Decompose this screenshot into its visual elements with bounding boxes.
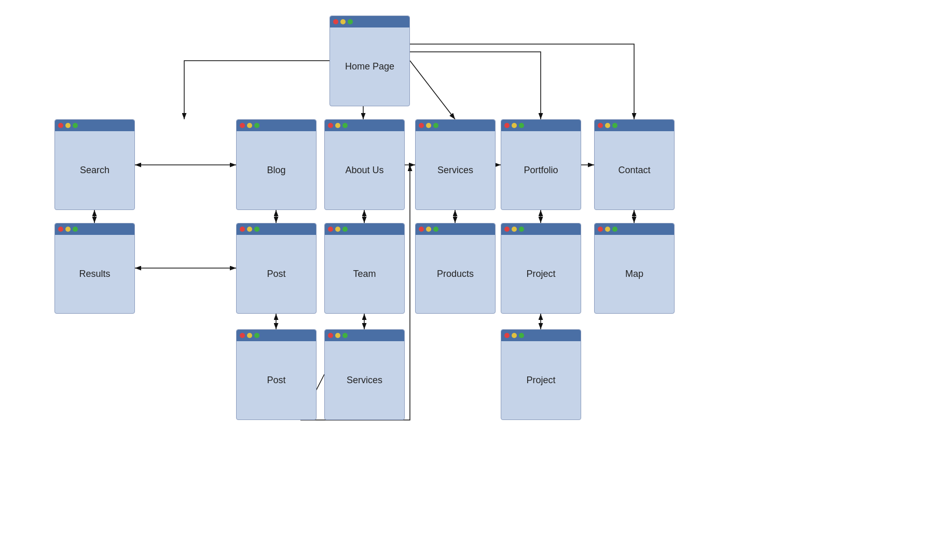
dot-yellow: [426, 227, 431, 232]
dot-red: [333, 19, 338, 24]
dot-red: [328, 227, 333, 232]
products-label: Products: [416, 235, 495, 313]
homepage-label: Home Page: [330, 27, 409, 106]
dot-yellow: [247, 333, 252, 338]
search-titlebar: [55, 120, 134, 131]
dot-red: [504, 227, 510, 232]
dot-yellow: [605, 227, 610, 232]
post2-window: Post: [236, 329, 317, 420]
products-window: Products: [415, 223, 496, 314]
project1-label: Project: [501, 235, 581, 313]
dot-yellow: [335, 123, 340, 128]
map-titlebar: [595, 223, 674, 235]
map-window: Map: [594, 223, 675, 314]
team-label: Team: [325, 235, 404, 313]
dot-red: [419, 123, 424, 128]
diagram-container: Home Page Search Blog About Us: [0, 0, 934, 560]
dot-yellow: [426, 123, 431, 128]
dot-yellow: [512, 227, 517, 232]
blog-titlebar: [237, 120, 316, 131]
dot-green: [73, 227, 78, 232]
team-window: Team: [324, 223, 405, 314]
project1-window: Project: [501, 223, 581, 314]
dot-red: [240, 123, 245, 128]
homepage-window: Home Page: [329, 16, 410, 106]
dot-green: [342, 123, 348, 128]
map-label: Map: [595, 235, 674, 313]
post1-titlebar: [237, 223, 316, 235]
services2-titlebar: [325, 330, 404, 341]
dot-red: [504, 123, 510, 128]
post1-window: Post: [236, 223, 317, 314]
dot-green: [433, 123, 438, 128]
aboutus-label: About Us: [325, 131, 404, 209]
dot-yellow: [65, 227, 71, 232]
dot-yellow: [335, 227, 340, 232]
dot-yellow: [247, 227, 252, 232]
dot-red: [240, 333, 245, 338]
dot-red: [504, 333, 510, 338]
dot-red: [240, 227, 245, 232]
project2-window: Project: [501, 329, 581, 420]
blog-window: Blog: [236, 119, 317, 210]
project2-label: Project: [501, 341, 581, 419]
services2-label: Services: [325, 341, 404, 419]
dot-yellow: [65, 123, 71, 128]
dot-green: [519, 123, 524, 128]
dot-red: [598, 123, 603, 128]
dot-yellow: [512, 333, 517, 338]
dot-yellow: [340, 19, 346, 24]
contact-titlebar: [595, 120, 674, 131]
aboutus-titlebar: [325, 120, 404, 131]
dot-yellow: [605, 123, 610, 128]
dot-green: [254, 333, 259, 338]
dot-yellow: [512, 123, 517, 128]
dot-green: [433, 227, 438, 232]
services2-window: Services: [324, 329, 405, 420]
contact-window: Contact: [594, 119, 675, 210]
post1-label: Post: [237, 235, 316, 313]
blog-label: Blog: [237, 131, 316, 209]
search-window: Search: [54, 119, 135, 210]
dot-green: [612, 123, 617, 128]
post2-titlebar: [237, 330, 316, 341]
dot-green: [73, 123, 78, 128]
dot-red: [598, 227, 603, 232]
dot-green: [254, 227, 259, 232]
results-window: Results: [54, 223, 135, 314]
portfolio-window: Portfolio: [501, 119, 581, 210]
services1-window: Services: [415, 119, 496, 210]
results-titlebar: [55, 223, 134, 235]
dot-green: [342, 227, 348, 232]
dot-red: [328, 333, 333, 338]
results-label: Results: [55, 235, 134, 313]
aboutus-window: About Us: [324, 119, 405, 210]
svg-line-5: [410, 61, 455, 119]
dot-yellow: [247, 123, 252, 128]
dot-green: [348, 19, 353, 24]
services1-label: Services: [416, 131, 495, 209]
dot-red: [328, 123, 333, 128]
project2-titlebar: [501, 330, 581, 341]
portfolio-titlebar: [501, 120, 581, 131]
dot-yellow: [335, 333, 340, 338]
team-titlebar: [325, 223, 404, 235]
dot-green: [612, 227, 617, 232]
post2-label: Post: [237, 341, 316, 419]
contact-label: Contact: [595, 131, 674, 209]
project1-titlebar: [501, 223, 581, 235]
dot-red: [419, 227, 424, 232]
services1-titlebar: [416, 120, 495, 131]
dot-green: [342, 333, 348, 338]
dot-green: [519, 333, 524, 338]
dot-red: [58, 123, 63, 128]
search-label: Search: [55, 131, 134, 209]
dot-green: [519, 227, 524, 232]
products-titlebar: [416, 223, 495, 235]
dot-red: [58, 227, 63, 232]
homepage-titlebar: [330, 16, 409, 27]
dot-green: [254, 123, 259, 128]
portfolio-label: Portfolio: [501, 131, 581, 209]
